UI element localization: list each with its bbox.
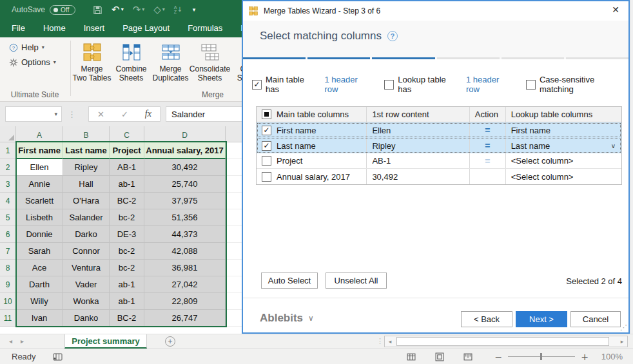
cell[interactable]: BC-2	[110, 310, 144, 327]
cell[interactable]: Annie	[16, 176, 63, 193]
redo-button[interactable]: ↷▾	[128, 0, 150, 19]
ribbon-button-merge-duplicates[interactable]: MergeDuplicates	[151, 39, 190, 82]
vertical-scrollbar-strip[interactable]	[630, 0, 633, 334]
tab-file[interactable]: File	[3, 19, 34, 37]
checkbox-unchecked[interactable]	[526, 80, 536, 90]
cell[interactable]: Lisbeth	[16, 209, 63, 226]
scroll-right-icon[interactable]: ▸	[617, 338, 627, 345]
scroll-left-icon[interactable]: ◂	[385, 338, 395, 345]
checkbox-unchecked[interactable]	[384, 80, 394, 90]
cell[interactable]: DE-3	[110, 226, 144, 243]
ablebits-menu[interactable]: Ablebits ∨	[260, 312, 314, 325]
customize-qat-button[interactable]: ▾	[187, 0, 200, 19]
horizontal-scrollbar[interactable]: ◂ ▸	[384, 336, 628, 347]
cell[interactable]: 26,747	[144, 310, 226, 327]
cell[interactable]: 36,981	[144, 260, 226, 276]
grid-row-project[interactable]: Project AB-1 = <Select column>	[257, 153, 621, 169]
column-header-a[interactable]: A	[16, 126, 63, 142]
cell[interactable]: Scarlett	[16, 193, 63, 209]
cell[interactable]: Ripley	[63, 159, 110, 176]
cell[interactable]: Darko	[63, 226, 110, 243]
cell[interactable]: bc-2	[110, 260, 144, 276]
insert-function-icon[interactable]: fx	[145, 109, 151, 119]
close-icon[interactable]: ✕	[612, 5, 619, 15]
option-main-header-row[interactable]: Main table has 1 header row	[252, 75, 372, 94]
view-page-layout-button[interactable]	[435, 352, 444, 361]
cancel-button[interactable]: Cancel	[570, 311, 621, 327]
view-normal-button[interactable]	[407, 352, 416, 361]
ribbon-button-combine-sheets[interactable]: CombineSheets	[112, 39, 151, 82]
redo-dropdown-icon[interactable]: ▾	[142, 0, 144, 19]
cell[interactable]: ab-1	[110, 293, 144, 310]
row-number[interactable]: 9	[0, 276, 16, 293]
cell[interactable]: AB-1	[110, 159, 144, 176]
cell[interactable]: Ivan	[16, 310, 63, 327]
cell[interactable]: 25,740	[144, 176, 226, 193]
cell[interactable]: Ace	[16, 260, 63, 276]
cell[interactable]: 42,088	[144, 243, 226, 260]
dialog-title-bar[interactable]: Merge Tables Wizard - Step 3 of 6 ✕	[243, 1, 628, 21]
name-box-dropdown-icon[interactable]: ▾	[54, 111, 57, 117]
cell[interactable]: O'Hara	[63, 193, 110, 209]
resize-grip-icon[interactable]: ⋰	[620, 323, 627, 332]
zoom-slider[interactable]	[508, 356, 575, 357]
row-checkbox-unchecked[interactable]	[262, 156, 271, 166]
autosave-control[interactable]: AutoSave Off	[12, 5, 75, 15]
ribbon-button-consolidate-sheets[interactable]: ConsolidateSheets	[190, 39, 229, 82]
column-header-d[interactable]: D	[144, 126, 226, 142]
cell[interactable]: bc-2	[110, 209, 144, 226]
formula-bar-splitter-icon[interactable]: ⋮	[68, 110, 76, 119]
cell[interactable]: 27,042	[144, 276, 226, 293]
sort-button[interactable]: AZ ↓	[170, 0, 187, 19]
cell[interactable]: Ventura	[63, 260, 110, 276]
autosave-toggle[interactable]: Off	[50, 5, 75, 15]
cell[interactable]: BC-2	[110, 193, 144, 209]
cell[interactable]: Annual salary, 2017	[144, 142, 226, 159]
cell[interactable]: 22,809	[144, 293, 226, 310]
cell[interactable]: 44,373	[144, 226, 226, 243]
zoom-slider-thumb[interactable]	[540, 353, 542, 360]
cell[interactable]: Hall	[63, 176, 110, 193]
undo-button[interactable]: ↶▾	[107, 0, 128, 19]
header-row-link[interactable]: 1 header row	[466, 75, 514, 94]
step-help-icon[interactable]: ?	[387, 31, 398, 41]
row-number[interactable]: 1	[0, 142, 16, 159]
row-number[interactable]: 3	[0, 176, 16, 193]
tab-scroll-splitter-icon[interactable]: ⋮	[376, 337, 384, 345]
tab-home[interactable]: Home	[34, 19, 75, 37]
view-page-break-button[interactable]	[463, 352, 472, 361]
cell[interactable]: Sarah	[16, 243, 63, 260]
auto-select-button[interactable]: Auto Select	[261, 273, 318, 289]
cell[interactable]: Last name	[63, 142, 110, 159]
row-number[interactable]: 7	[0, 243, 16, 260]
cell[interactable]: First name	[16, 142, 63, 159]
checkbox-checked[interactable]	[252, 80, 262, 90]
row-checkbox-checked[interactable]	[262, 141, 271, 151]
cell[interactable]: Project	[110, 142, 144, 159]
grid-row-annual-salary[interactable]: Annual salary, 2017 30,492 <Select colum…	[257, 169, 621, 184]
lookup-column-select[interactable]: <Select column>	[506, 169, 621, 184]
row-number[interactable]: 2	[0, 159, 16, 176]
sheet-tab-project-summary[interactable]: Project summary	[64, 334, 147, 349]
cell[interactable]: Salander	[63, 209, 110, 226]
row-checkbox-checked[interactable]	[262, 126, 271, 135]
cell[interactable]: ab-1	[110, 176, 144, 193]
cell[interactable]: Darth	[16, 276, 63, 293]
zoom-in-button[interactable]: +	[578, 352, 592, 362]
sheet-nav-left-icon[interactable]: ◂	[9, 338, 12, 345]
scrollbar-thumb[interactable]	[396, 337, 609, 346]
header-row-link[interactable]: 1 header row	[324, 75, 372, 94]
cell[interactable]: 30,492	[144, 159, 226, 176]
unselect-all-button[interactable]: Unselect All	[326, 273, 387, 289]
tab-page-layout[interactable]: Page Layout	[113, 19, 179, 37]
cell[interactable]: bc-2	[110, 243, 144, 260]
row-number[interactable]: 11	[0, 310, 16, 327]
enter-entry-icon[interactable]: ✓	[121, 110, 128, 119]
next-button[interactable]: Next >	[516, 311, 567, 327]
zoom-out-button[interactable]: −	[492, 352, 506, 362]
macro-record-button[interactable]	[53, 353, 63, 361]
options-button[interactable]: Options▾	[9, 57, 70, 67]
cancel-entry-icon[interactable]: ✕	[97, 110, 104, 119]
cell[interactable]: 37,975	[144, 193, 226, 209]
cell[interactable]: Connor	[63, 243, 110, 260]
